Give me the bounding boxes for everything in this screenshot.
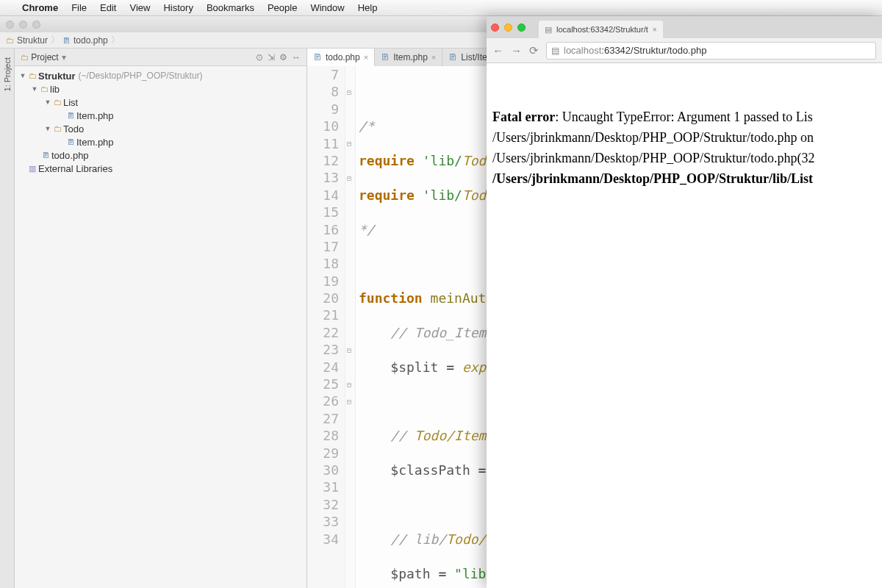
ide-max-icon[interactable] xyxy=(32,21,40,29)
panel-tool-target-icon[interactable]: ⊙ xyxy=(256,52,263,62)
sidebar-tool-tab[interactable]: 1: Project xyxy=(0,49,15,588)
menubar-app[interactable]: Chrome xyxy=(22,2,58,13)
folder-icon: 🗀 xyxy=(21,53,29,62)
error-line-4: /Users/jbrinkmann/Desktop/PHP_OOP/Strukt… xyxy=(492,169,876,190)
project-panel-header: 🗀 Project ▾ ⊙ ⇲ ⚙ ↔ xyxy=(15,49,306,66)
fold-icon[interactable]: ⊟ xyxy=(347,393,351,410)
tree-file-todo[interactable]: 🖹 todo.php xyxy=(15,148,306,162)
tree-expand-icon[interactable]: ▼ xyxy=(44,125,51,132)
reload-icon[interactable]: ⟳ xyxy=(529,44,539,57)
tree-root[interactable]: ▼ 🗀 Struktur (~/Desktop/PHP_OOP/Struktur… xyxy=(15,69,306,82)
chrome-max-icon[interactable] xyxy=(517,24,526,32)
chrome-min-icon[interactable] xyxy=(504,24,512,32)
panel-tool-hide-icon[interactable]: ↔ xyxy=(292,52,301,62)
tree-label: Struktur xyxy=(38,71,76,82)
error-prefix: Fatal error xyxy=(492,110,555,124)
menu-people[interactable]: People xyxy=(268,2,297,13)
tree-folder-lib[interactable]: ▼ 🗀 lib xyxy=(15,82,306,96)
fold-icon[interactable]: ⊟ xyxy=(347,376,351,393)
tree-path: (~/Desktop/PHP_OOP/Struktur) xyxy=(79,71,203,81)
panel-tool-collapse-icon[interactable]: ⇲ xyxy=(268,52,275,62)
line-number: 19 xyxy=(307,273,339,290)
back-icon[interactable]: ← xyxy=(492,44,503,57)
line-number: 27 xyxy=(307,410,339,427)
close-icon[interactable]: × xyxy=(364,53,368,62)
tree-label: External Libraries xyxy=(38,163,112,174)
error-line-1: : Uncaught TypeError: Argument 1 passed … xyxy=(555,110,813,124)
menu-window[interactable]: Window xyxy=(310,2,344,13)
chevron-right-icon: 〉 xyxy=(51,34,60,46)
line-number: 20 xyxy=(307,290,339,306)
tree-label: Item.php xyxy=(76,137,114,148)
line-number: 8 xyxy=(307,83,339,100)
tree-label: Item.php xyxy=(76,110,114,121)
chrome-toolbar: ← → ⟳ ▤ localhost:63342/Struktur/todo.ph… xyxy=(487,38,882,63)
menu-help[interactable]: Help xyxy=(358,2,378,13)
library-icon: ▥ xyxy=(26,164,38,173)
line-number: 15 xyxy=(307,204,339,220)
forward-icon[interactable]: → xyxy=(511,44,522,57)
menu-view[interactable]: View xyxy=(129,2,150,13)
tab-todo[interactable]: 🖹 todo.php × xyxy=(307,49,375,66)
line-number: 26 xyxy=(307,392,339,409)
project-tree: ▼ 🗀 Struktur (~/Desktop/PHP_OOP/Struktur… xyxy=(15,66,306,178)
browser-tab[interactable]: ▤ localhost:63342/Struktur/t × xyxy=(539,21,663,38)
tree-external-libs[interactable]: ▥ External Libraries xyxy=(15,162,306,175)
line-number: 12 xyxy=(307,152,339,169)
line-number: 18 xyxy=(307,255,339,272)
project-panel: 🗀 Project ▾ ⊙ ⇲ ⚙ ↔ ▼ 🗀 Struktur (~/Desk… xyxy=(15,49,307,588)
menu-edit[interactable]: Edit xyxy=(100,2,116,13)
breadcrumb-file[interactable]: todo.php xyxy=(74,35,108,46)
tree-expand-icon[interactable]: ▼ xyxy=(31,85,38,93)
menu-bookmarks[interactable]: Bookmarks xyxy=(207,2,254,13)
error-line-2: /Users/jbrinkmann/Desktop/PHP_OOP/Strukt… xyxy=(492,128,876,148)
tree-expand-icon[interactable]: ▼ xyxy=(44,98,51,106)
line-number: 34 xyxy=(307,531,339,548)
tab-label: todo.php xyxy=(326,52,360,62)
chrome-window-controls xyxy=(491,24,526,32)
php-file-icon: 🖹 xyxy=(65,137,76,146)
ide-min-icon[interactable] xyxy=(19,21,27,29)
chevron-down-icon[interactable]: ▾ xyxy=(62,52,66,62)
breadcrumb-root[interactable]: Struktur xyxy=(17,35,48,46)
folder-icon: 🗀 xyxy=(51,98,63,107)
tree-folder-list[interactable]: ▼ 🗀 List xyxy=(15,96,306,109)
tab-label: Item.php xyxy=(393,52,428,62)
fold-icon[interactable]: ⊟ xyxy=(347,342,351,359)
panel-tool-settings-icon[interactable]: ⚙ xyxy=(279,52,287,62)
tree-folder-todo[interactable]: ▼ 🗀 Todo xyxy=(15,122,306,135)
line-number: 17 xyxy=(307,238,339,255)
tab-item[interactable]: 🖹 Item.php × xyxy=(375,49,442,66)
panel-title: Project xyxy=(31,52,58,62)
project-tool-label: 1: Project xyxy=(3,57,12,91)
line-number: 29 xyxy=(307,445,339,462)
tree-file-item-todo[interactable]: 🖹 Item.php xyxy=(15,135,306,148)
tree-label: List xyxy=(63,97,78,108)
line-number: 31 xyxy=(307,478,339,495)
folder-icon: 🗀 xyxy=(26,71,38,80)
tree-label: Todo xyxy=(63,123,84,135)
menu-file[interactable]: File xyxy=(71,2,87,13)
address-bar[interactable]: ▤ localhost:63342/Struktur/todo.php xyxy=(546,42,876,60)
close-icon[interactable]: × xyxy=(653,26,657,34)
line-number: 25 xyxy=(307,376,339,392)
tree-file-item-list[interactable]: 🖹 Item.php xyxy=(15,109,306,122)
line-number: 33 xyxy=(307,513,339,530)
line-gutter: 7 8 9 10 11 12 13 14 15 16 17 18 19 20 2… xyxy=(307,66,345,588)
tree-expand-icon[interactable]: ▼ xyxy=(19,72,26,79)
line-number: 22 xyxy=(307,324,339,341)
fold-icon[interactable]: ⊟ xyxy=(347,135,351,152)
close-icon[interactable]: × xyxy=(431,53,436,62)
fold-icon[interactable]: ⊟ xyxy=(347,84,351,101)
tree-label: todo.php xyxy=(51,150,89,161)
php-file-icon: 🖹 xyxy=(65,111,76,120)
tree-label: lib xyxy=(50,84,60,95)
php-file-icon: 🖹 xyxy=(313,52,322,62)
url-host: localhost xyxy=(564,45,601,56)
fold-icon[interactable]: ⊟ xyxy=(347,170,351,187)
tab-title: localhost:63342/Struktur/t xyxy=(556,25,648,34)
ide-close-icon[interactable] xyxy=(6,21,14,29)
chrome-close-icon[interactable] xyxy=(491,24,499,32)
page-content: Fatal error: Uncaught TypeError: Argumen… xyxy=(487,63,882,588)
menu-history[interactable]: History xyxy=(163,2,193,13)
